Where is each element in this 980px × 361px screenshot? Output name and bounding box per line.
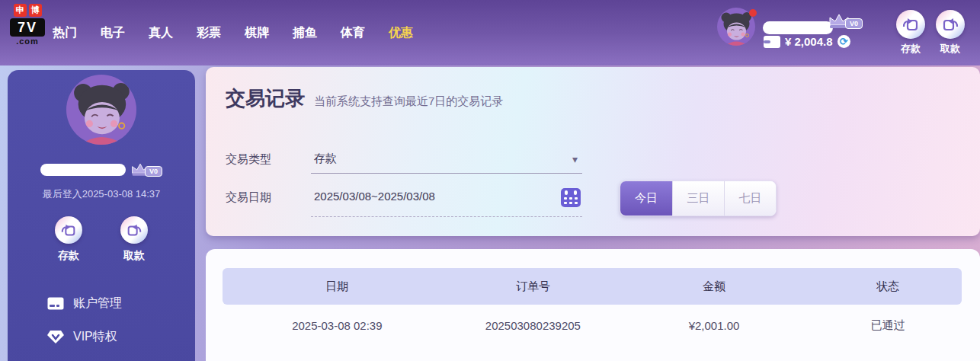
table-header: 日期 订单号 金额 状态 bbox=[223, 268, 962, 305]
vip-badge: V0 bbox=[145, 166, 162, 177]
transaction-filter-panel: 交易记录 当前系统支持查询最近7日的交易记录 交易类型 存款 ▾ 交易日期 20… bbox=[206, 67, 980, 236]
nav-item-cards[interactable]: 棋牌 bbox=[244, 25, 270, 41]
deposit-icon bbox=[55, 216, 82, 244]
balance-amount: ¥ 2,004.8 bbox=[785, 35, 833, 48]
sidebar-userline: V0 bbox=[8, 162, 195, 177]
chevron-down-icon: ▾ bbox=[572, 153, 578, 165]
range-button-three-days[interactable]: 三日 bbox=[672, 181, 724, 216]
table-row: 2025-03-08 02:39 202503080239205 ¥2,001.… bbox=[223, 305, 962, 347]
site-logo[interactable]: 申 博 7V .com bbox=[6, 4, 49, 46]
cell-amount: ¥2,001.00 bbox=[614, 319, 814, 332]
transaction-table-panel: 日期 订单号 金额 状态 2025-03-08 02:39 2025030802… bbox=[206, 249, 980, 361]
cell-date: 2025-03-08 02:39 bbox=[223, 319, 452, 332]
vip-level: V0 bbox=[828, 13, 863, 30]
top-nav: 申 博 7V .com 热门 电子 真人 彩票 棋牌 捕鱼 体育 优惠 bbox=[0, 0, 980, 65]
column-header-status: 状态 bbox=[814, 280, 962, 294]
sidebar-item-account-management[interactable]: 账户管理 bbox=[8, 286, 195, 320]
bank-card-icon bbox=[47, 297, 64, 310]
column-header-order-number: 订单号 bbox=[452, 280, 614, 294]
main-menu: 热门 电子 真人 彩票 棋牌 捕鱼 体育 优惠 bbox=[52, 0, 414, 65]
notification-dot bbox=[749, 9, 757, 17]
balance-row: ¥ 2,004.8 ⟳ bbox=[764, 35, 850, 48]
withdraw-label: 取款 bbox=[113, 249, 155, 263]
cell-order-number: 202503080239205 bbox=[452, 319, 614, 332]
range-button-seven-days[interactable]: 七日 bbox=[724, 181, 776, 216]
username-redacted bbox=[763, 21, 833, 34]
transaction-type-select[interactable]: 存款 ▾ bbox=[311, 147, 582, 174]
sidebar-menu: 账户管理 VIP特权 bbox=[8, 286, 195, 353]
refresh-balance-icon[interactable]: ⟳ bbox=[837, 35, 850, 48]
column-header-amount: 金额 bbox=[614, 280, 814, 294]
deposit-label: 存款 bbox=[47, 249, 90, 263]
title-row: 交易记录 当前系统支持查询最近7日的交易记录 bbox=[226, 85, 503, 112]
gem-icon bbox=[47, 330, 64, 344]
vip-badge: V0 bbox=[845, 18, 863, 29]
last-login-text: 最后登入2025-03-08 14:37 bbox=[8, 187, 195, 201]
deposit-button[interactable]: 存款 bbox=[892, 10, 929, 56]
transaction-date-value: 2025/03/08~2025/03/08 bbox=[311, 184, 582, 203]
transaction-type-value: 存款 bbox=[311, 147, 582, 166]
calendar-icon[interactable] bbox=[561, 188, 581, 207]
column-header-date: 日期 bbox=[223, 280, 452, 294]
wallet-icon bbox=[764, 36, 780, 48]
page-title: 交易记录 bbox=[226, 85, 305, 112]
logo-tld: .com bbox=[6, 37, 49, 46]
deposit-icon bbox=[896, 10, 925, 39]
nav-item-fishing[interactable]: 捕鱼 bbox=[292, 25, 318, 41]
transaction-date-label: 交易日期 bbox=[226, 190, 271, 205]
logo-badge-left: 申 bbox=[14, 4, 27, 17]
nav-item-sports[interactable]: 体育 bbox=[340, 25, 366, 41]
page-subtitle: 当前系统支持查询最近7日的交易记录 bbox=[314, 94, 503, 109]
cell-status: 已通过 bbox=[814, 318, 962, 333]
nav-item-live[interactable]: 真人 bbox=[148, 25, 174, 41]
withdraw-icon bbox=[936, 10, 965, 39]
calendar-dots bbox=[561, 197, 581, 204]
sidebar-withdraw-button[interactable]: 取款 bbox=[113, 216, 155, 263]
withdraw-icon bbox=[120, 216, 148, 244]
transaction-type-label: 交易类型 bbox=[226, 152, 271, 167]
nav-item-hot[interactable]: 热门 bbox=[52, 25, 78, 41]
withdraw-button[interactable]: 取款 bbox=[932, 10, 969, 56]
app-root: 申 博 7V .com 热门 电子 真人 彩票 棋牌 捕鱼 体育 优惠 bbox=[0, 0, 980, 361]
sidebar-item-label: VIP特权 bbox=[73, 329, 117, 345]
nav-item-promos[interactable]: 优惠 bbox=[388, 25, 414, 41]
range-button-today[interactable]: 今日 bbox=[620, 181, 672, 216]
sidebar-item-label: 账户管理 bbox=[73, 296, 122, 311]
sidebar-item-vip-privileges[interactable]: VIP特权 bbox=[8, 320, 195, 353]
sidebar-username-redacted bbox=[40, 164, 126, 176]
nav-item-slots[interactable]: 电子 bbox=[100, 25, 126, 41]
sidebar-actions: 存款 取款 bbox=[8, 216, 195, 263]
logo-brand: 7V bbox=[10, 18, 45, 37]
sidebar-avatar bbox=[66, 75, 136, 145]
nav-item-lottery[interactable]: 彩票 bbox=[196, 25, 222, 41]
transaction-date-field[interactable]: 2025/03/08~2025/03/08 bbox=[311, 184, 582, 217]
withdraw-label: 取款 bbox=[932, 42, 969, 56]
sidebar-deposit-button[interactable]: 存款 bbox=[47, 216, 90, 263]
logo-badge-right: 博 bbox=[29, 4, 42, 17]
sidebar: V0 最后登入2025-03-08 14:37 存款 bbox=[8, 70, 195, 361]
logo-badges: 申 博 bbox=[6, 4, 49, 17]
date-range-button-group: 今日 三日 七日 bbox=[620, 180, 777, 216]
deposit-label: 存款 bbox=[892, 42, 929, 56]
